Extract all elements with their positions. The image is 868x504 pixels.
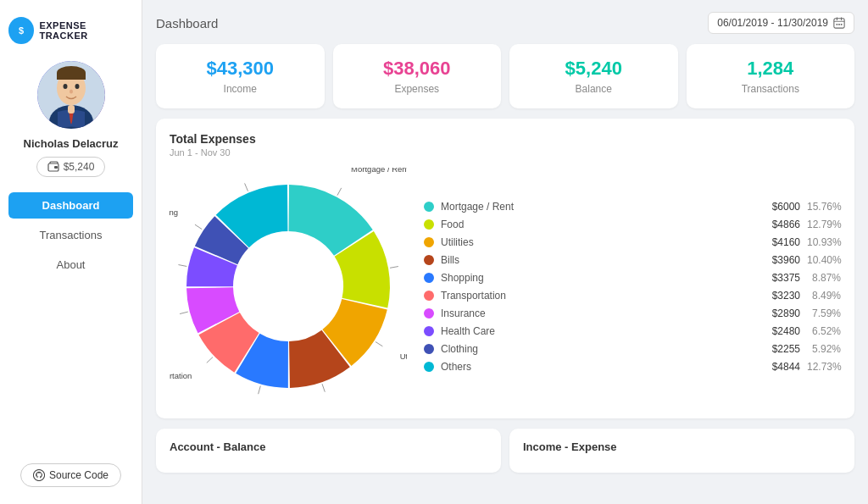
legend-name: Shopping: [441, 272, 753, 284]
income-expense-card: Income - Expense: [509, 429, 854, 473]
chart-content: Mortgage / RentFoodUtilitiesBillsShoppin…: [170, 168, 841, 405]
legend-name: Food: [441, 219, 753, 230]
transactions-card: 1,284 Transactions: [687, 44, 855, 108]
balance-badge: $5,240: [36, 157, 106, 177]
donut-chart: Mortgage / RentFoodUtilitiesBillsShoppin…: [170, 168, 407, 405]
legend-pct: 5.92%: [807, 343, 841, 355]
legend-name: Mortgage / Rent: [441, 201, 753, 213]
svg-line-27: [259, 386, 261, 395]
legend-item: Shopping $3375 8.87%: [424, 272, 841, 284]
svg-text:Mortgage / Rent: Mortgage / Rent: [351, 168, 407, 174]
chart-title: Total Expenses: [170, 132, 841, 146]
svg-line-29: [207, 357, 213, 363]
legend-amount: $4160: [760, 236, 800, 248]
chart-section: Total Expenses Jun 1 - Nov 30 Mortgage /…: [156, 119, 854, 418]
legend-item: Food $4866 12.79%: [424, 219, 841, 230]
legend-amount: $3375: [760, 272, 800, 284]
income-expense-title: Income - Expense: [523, 440, 841, 453]
legend-dot: [424, 291, 434, 301]
source-code-button[interactable]: Source Code: [20, 463, 121, 487]
legend-pct: 15.76%: [807, 201, 841, 213]
svg-line-19: [337, 188, 342, 196]
expenses-amount: $38,060: [347, 58, 488, 80]
legend-amount: $3960: [760, 254, 800, 266]
account-balance-title: Account - Balance: [170, 440, 487, 453]
legend-dot: [424, 202, 434, 212]
income-label: Income: [170, 83, 311, 95]
legend-dot: [424, 308, 434, 318]
legend-dot: [424, 255, 434, 265]
svg-line-35: [195, 224, 202, 230]
avatar: [37, 61, 105, 129]
legend-pct: 8.87%: [807, 272, 841, 284]
svg-rect-17: [838, 24, 840, 25]
legend-name: Others: [441, 361, 753, 373]
nav-item-dashboard[interactable]: Dashboard: [8, 192, 133, 219]
legend-pct: 10.93%: [807, 236, 841, 248]
legend: Mortgage / Rent $6000 15.76% Food $4866 …: [424, 201, 841, 373]
svg-rect-5: [68, 105, 75, 114]
legend-amount: $2480: [760, 325, 800, 337]
legend-dot: [424, 362, 434, 372]
legend-pct: 12.73%: [807, 361, 841, 373]
expenses-label: Expenses: [347, 83, 488, 95]
legend-dot: [424, 326, 434, 336]
sidebar: $ EXPENSE TRACKER: [0, 0, 142, 504]
legend-item: Bills $3960 10.40%: [424, 254, 841, 266]
svg-line-21: [390, 267, 398, 269]
app-title: EXPENSE TRACKER: [39, 20, 133, 41]
calendar-icon: [833, 17, 845, 29]
legend-pct: 7.59%: [807, 307, 841, 319]
source-code-label: Source Code: [49, 469, 108, 481]
income-amount: $43,300: [170, 58, 311, 80]
transactions-amount: 1,284: [700, 58, 842, 80]
app-logo: $: [8, 17, 34, 44]
expenses-card: $38,060 Expenses: [333, 44, 502, 108]
legend-name: Health Care: [441, 325, 753, 337]
legend-name: Insurance: [441, 307, 753, 319]
svg-line-33: [178, 265, 186, 267]
user-name: Nicholas Delacruz: [24, 137, 119, 150]
legend-pct: 8.49%: [807, 290, 841, 302]
svg-line-37: [245, 183, 248, 191]
wallet-icon: [47, 161, 59, 173]
legend-item: Mortgage / Rent $6000 15.76%: [424, 201, 841, 213]
legend-pct: 10.40%: [807, 254, 841, 266]
github-icon: [33, 469, 45, 481]
legend-pct: 12.79%: [807, 219, 841, 230]
svg-rect-8: [57, 73, 86, 80]
legend-amount: $4866: [760, 219, 800, 230]
legend-pct: 6.52%: [807, 325, 841, 337]
account-balance-card: Account - Balance: [156, 429, 501, 473]
legend-dot: [424, 344, 434, 354]
legend-name: Utilities: [441, 236, 753, 248]
balance-label: Balance: [523, 83, 665, 95]
chart-subtitle: Jun 1 - Nov 30: [170, 147, 841, 158]
income-card: $43,300 Income: [156, 44, 325, 108]
legend-name: Transportation: [441, 290, 753, 302]
nav-item-transactions[interactable]: Transactions: [8, 222, 133, 248]
svg-rect-13: [54, 166, 58, 169]
nav-item-about[interactable]: About: [8, 252, 133, 278]
svg-line-31: [180, 312, 188, 313]
balance-card: $5,240 Balance: [509, 44, 678, 108]
legend-amount: $4844: [760, 361, 800, 373]
transactions-label: Transactions: [700, 83, 842, 95]
legend-item: Insurance $2890 7.59%: [424, 307, 841, 319]
svg-text:Transportation: Transportation: [170, 371, 192, 380]
svg-point-14: [33, 469, 44, 480]
date-range-text: 06/01/2019 - 11/30/2019: [717, 17, 828, 29]
svg-line-25: [322, 384, 325, 391]
summary-cards: $43,300 Income $38,060 Expenses $5,240 B…: [156, 44, 854, 108]
legend-item: Health Care $2480 6.52%: [424, 325, 841, 337]
svg-point-9: [63, 84, 67, 89]
legend-amount: $3230: [760, 290, 800, 302]
date-range-picker[interactable]: 06/01/2019 - 11/30/2019: [708, 12, 854, 34]
legend-amount: $2255: [760, 343, 800, 355]
legend-dot: [424, 273, 434, 283]
svg-rect-18: [841, 24, 843, 25]
app-header: $ EXPENSE TRACKER: [8, 17, 133, 44]
page-title: Dashboard: [156, 16, 218, 30]
svg-point-11: [70, 90, 73, 94]
legend-dot: [424, 219, 434, 230]
